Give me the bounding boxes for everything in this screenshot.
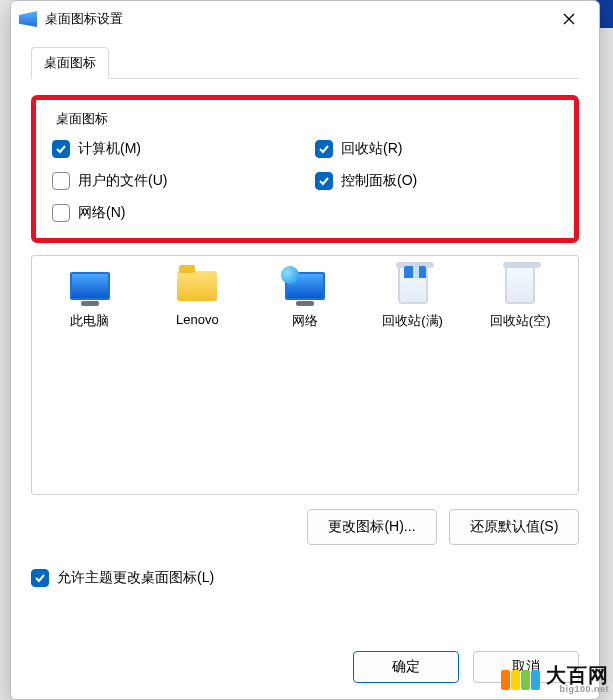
this-pc-icon	[69, 266, 111, 306]
ok-button[interactable]: 确定	[353, 651, 459, 683]
checkbox-label: 允许主题更改桌面图标(L)	[57, 569, 214, 587]
checkbox-box	[52, 204, 70, 222]
preview-item-recycle-empty[interactable]: 回收站(空)	[472, 266, 568, 330]
close-button[interactable]	[547, 4, 591, 34]
checkbox-label: 计算机(M)	[78, 140, 141, 158]
checkbox-label: 控制面板(O)	[341, 172, 417, 190]
recycle-bin-empty-icon	[499, 266, 541, 306]
preview-item-this-pc[interactable]: 此电脑	[42, 266, 138, 330]
checkbox-user-files[interactable]: 用户的文件(U)	[52, 172, 295, 190]
checkbox-box	[52, 172, 70, 190]
desktop-icon-settings-dialog: 桌面图标设置 桌面图标 桌面图标 计算机(M) 回收站(R)	[10, 0, 600, 700]
preview-item-recycle-full[interactable]: 回收站(满)	[365, 266, 461, 330]
desktop-icons-checkbox-grid: 计算机(M) 回收站(R) 用户的文件(U) 控制面板(O) 网络(N)	[52, 140, 558, 222]
checkbox-box	[315, 172, 333, 190]
dialog-title: 桌面图标设置	[45, 10, 123, 28]
dialog-app-icon	[19, 11, 37, 27]
annotation-highlight: 桌面图标 计算机(M) 回收站(R) 用户的文件(U) 控制面板(O)	[31, 95, 579, 243]
network-icon	[284, 266, 326, 306]
watermark: 大百网 big100.net	[501, 665, 609, 694]
titlebar: 桌面图标设置	[11, 1, 599, 37]
checkbox-control-panel[interactable]: 控制面板(O)	[315, 172, 558, 190]
checkbox-box	[315, 140, 333, 158]
watermark-logo-icon	[501, 670, 540, 690]
checkbox-label: 用户的文件(U)	[78, 172, 167, 190]
checkbox-label: 网络(N)	[78, 204, 125, 222]
preview-item-lenovo[interactable]: Lenovo	[149, 266, 245, 330]
preview-item-network[interactable]: 网络	[257, 266, 353, 330]
close-icon	[563, 13, 575, 25]
watermark-subtext: big100.net	[559, 685, 609, 694]
group-label-desktop-icons: 桌面图标	[56, 110, 558, 128]
watermark-text: 大百网	[546, 665, 609, 685]
checkbox-box	[52, 140, 70, 158]
restore-default-button[interactable]: 还原默认值(S)	[449, 509, 579, 545]
checkbox-computer[interactable]: 计算机(M)	[52, 140, 295, 158]
change-icon-button[interactable]: 更改图标(H)...	[307, 509, 437, 545]
checkbox-label: 回收站(R)	[341, 140, 402, 158]
folder-icon	[176, 266, 218, 306]
tab-desktop-icons[interactable]: 桌面图标	[31, 47, 109, 79]
tab-strip: 桌面图标	[31, 45, 579, 79]
checkbox-network[interactable]: 网络(N)	[52, 204, 295, 222]
checkbox-box	[31, 569, 49, 587]
icon-preview-box: 此电脑 Lenovo 网络 回收站(满) 回收站(空)	[31, 255, 579, 495]
checkbox-recycle-bin[interactable]: 回收站(R)	[315, 140, 558, 158]
checkbox-allow-theme-change[interactable]: 允许主题更改桌面图标(L)	[31, 569, 579, 587]
recycle-bin-full-icon	[392, 266, 434, 306]
